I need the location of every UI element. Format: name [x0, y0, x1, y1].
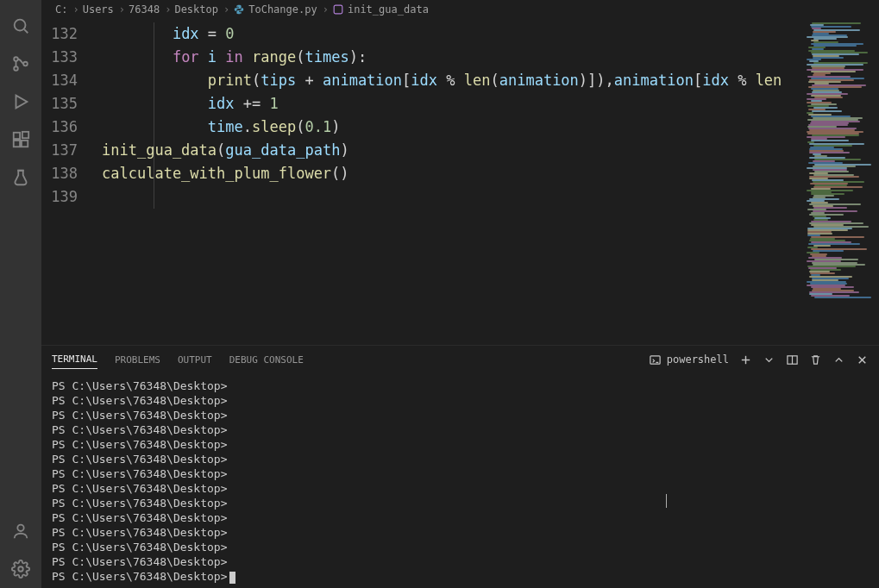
terminal-line: PS C:\Users\76348\Desktop> [52, 422, 869, 437]
bottom-panel: TERMINAL PROBLEMS OUTPUT DEBUG CONSOLE p… [41, 345, 879, 588]
chevron-down-icon[interactable] [763, 353, 775, 366]
terminal-line: PS C:\Users\76348\Desktop> [52, 554, 869, 569]
tab-debug-console[interactable]: DEBUG CONSOLE [229, 351, 304, 369]
code-line[interactable]: idx += 1 [102, 92, 803, 116]
breadcrumb-segment[interactable]: Users› [83, 3, 127, 16]
svg-point-4 [23, 62, 28, 66]
svg-point-3 [14, 66, 18, 71]
code-line[interactable]: time.sleep(0.1) [102, 116, 803, 139]
minimap[interactable] [803, 19, 879, 345]
breadcrumb-segment[interactable]: Desktop› [174, 3, 231, 16]
svg-rect-9 [22, 132, 28, 138]
svg-point-11 [17, 525, 23, 531]
code-line[interactable]: init_gua_data(gua_data_path) [102, 139, 803, 162]
breadcrumb-segment[interactable]: 76348› [129, 3, 173, 16]
svg-point-12 [18, 566, 23, 572]
indent-guide [154, 22, 154, 209]
svg-rect-6 [14, 133, 20, 139]
panel-tabs: TERMINAL PROBLEMS OUTPUT DEBUG CONSOLE p… [41, 346, 879, 373]
breadcrumb-file[interactable]: ToChange.py› [233, 3, 330, 16]
search-icon[interactable] [0, 7, 41, 45]
terminal-line: PS C:\Users\76348\Desktop> [52, 452, 869, 466]
tab-output[interactable]: OUTPUT [178, 351, 212, 369]
tab-terminal[interactable]: TERMINAL [52, 350, 97, 369]
terminal-line: PS C:\Users\76348\Desktop> [52, 466, 869, 481]
trash-icon[interactable] [809, 353, 822, 366]
terminal-line: PS C:\Users\76348\Desktop> [52, 525, 869, 540]
terminal-line: PS C:\Users\76348\Desktop> [52, 496, 869, 510]
extensions-icon[interactable] [0, 121, 41, 159]
breadcrumb-segment[interactable]: C:› [55, 3, 81, 16]
svg-rect-7 [14, 141, 20, 147]
terminal-line: PS C:\Users\76348\Desktop> [52, 540, 869, 554]
terminal-line: PS C:\Users\76348\Desktop> [52, 408, 869, 422]
terminal-cursor [229, 572, 235, 584]
code-line[interactable]: idx = 0 [102, 22, 803, 46]
line-number-gutter: 132133134135136137138139 [41, 19, 95, 345]
terminal-line: PS C:\Users\76348\Desktop> [52, 569, 869, 584]
breadcrumb-symbol[interactable]: init_gua_data [332, 3, 429, 16]
terminal-line: PS C:\Users\76348\Desktop> [52, 437, 869, 452]
test-icon[interactable] [0, 159, 41, 197]
activity-bar [0, 0, 41, 588]
code-line[interactable]: print(tips + animation[idx % len(animati… [102, 69, 803, 92]
tab-problems[interactable]: PROBLEMS [115, 351, 160, 369]
terminal-line: PS C:\Users\76348\Desktop> [52, 393, 869, 408]
chevron-up-icon[interactable] [832, 353, 845, 366]
close-icon[interactable] [856, 353, 869, 366]
terminal-line: PS C:\Users\76348\Desktop> [52, 481, 869, 496]
svg-point-2 [14, 57, 18, 61]
terminal-line: PS C:\Users\76348\Desktop> [52, 510, 869, 525]
function-symbol-icon [332, 3, 344, 16]
svg-line-1 [24, 29, 28, 33]
svg-rect-8 [22, 141, 28, 147]
terminal-line: PS C:\Users\76348\Desktop> [52, 378, 869, 393]
plus-icon[interactable] [739, 353, 752, 366]
scm-icon[interactable] [0, 45, 41, 83]
svg-point-0 [15, 20, 26, 31]
run-icon[interactable] [0, 83, 41, 121]
svg-rect-13 [334, 5, 342, 14]
terminal-shell-selector[interactable]: powershell [649, 353, 729, 366]
shell-label: powershell [667, 353, 729, 366]
svg-rect-14 [650, 355, 660, 363]
python-file-icon [233, 3, 245, 16]
text-cursor [666, 494, 667, 508]
code-editor[interactable]: 132133134135136137138139 idx = 0 for i i… [41, 19, 879, 345]
split-icon[interactable] [786, 353, 799, 366]
code-line[interactable]: for i in range(times): [102, 46, 803, 69]
terminal-body[interactable]: PS C:\Users\76348\Desktop>PS C:\Users\76… [41, 373, 879, 588]
breadcrumb[interactable]: C:› Users› 76348› Desktop› ToChange.py› … [41, 0, 879, 19]
code-content[interactable]: idx = 0 for i in range(times): print(tip… [95, 19, 803, 345]
account-icon[interactable] [0, 512, 41, 550]
svg-marker-5 [16, 96, 28, 109]
terminal-shell-icon [649, 353, 662, 366]
code-line[interactable]: calculate_with_plum_flower() [102, 162, 803, 185]
gear-icon[interactable] [0, 550, 41, 588]
